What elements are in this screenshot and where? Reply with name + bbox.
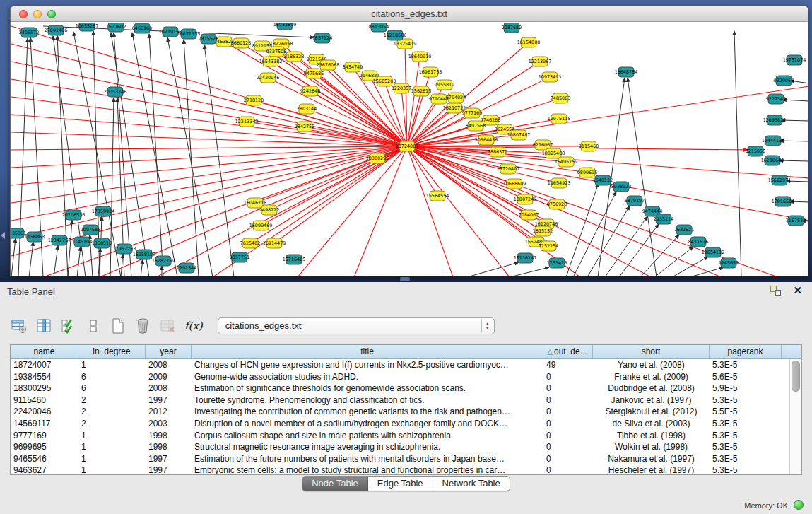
graph-node[interactable]: 8660123 — [231, 38, 251, 48]
table-cell[interactable]: 18724007 — [11, 359, 78, 371]
graph-node[interactable]: 15692971 — [768, 175, 792, 185]
table-row[interactable]: 946362711997Embryonic stem cells: a mode… — [11, 465, 801, 475]
table-cell[interactable]: 0 — [543, 441, 593, 453]
graph-node[interactable]: 16210643 — [761, 156, 784, 165]
table-row[interactable]: 1938455462009Genome-wide association stu… — [11, 371, 801, 383]
graph-node[interactable]: 9475685 — [304, 69, 324, 78]
table-cell[interactable]: 5.3E-5 — [710, 395, 782, 407]
table-cell[interactable]: 19384554 — [11, 371, 78, 383]
graph-node[interactable]: 15716485 — [283, 255, 306, 264]
column-header-out_de[interactable]: △out_de… — [543, 345, 593, 358]
graph-node[interactable]: 10655287 — [76, 23, 99, 31]
table-cell[interactable]: 5.6E-5 — [710, 371, 782, 383]
graph-node[interactable]: 6879197 — [625, 196, 645, 206]
table-cell[interactable]: 1997 — [146, 453, 192, 465]
graph-node[interactable]: 9857751 — [230, 252, 249, 262]
table-cell[interactable]: 5.9E-5 — [710, 382, 782, 395]
table-cell[interactable]: 9465546 — [11, 453, 78, 465]
table-cell[interactable]: Estimation of the future numbers of pati… — [192, 453, 543, 465]
graph-node[interactable]: 16914479 — [263, 238, 286, 248]
graph-node[interactable]: 6794024 — [446, 93, 466, 103]
graph-node[interactable]: 27691406 — [45, 25, 68, 35]
table-cell[interactable]: 1 — [78, 465, 146, 475]
table-cell[interactable]: Structural magnetic resonance image aver… — [192, 441, 543, 453]
float-panel-icon[interactable] — [770, 286, 781, 296]
table-cell[interactable]: 9115460 — [11, 395, 78, 407]
column-header-in_degree[interactable]: in_degree — [78, 345, 146, 358]
graph-node[interactable]: 10973493 — [539, 72, 562, 82]
graph-node[interactable]: 7632621 — [674, 225, 694, 235]
table-cell[interactable]: 5.3E-5 — [710, 441, 782, 453]
table-row[interactable]: 969969511998Structural magnetic resonanc… — [11, 441, 801, 453]
graph-node[interactable]: 8215955 — [746, 146, 765, 156]
graph-node[interactable]: 16648784 — [615, 67, 638, 77]
table-cell[interactable]: 2 — [78, 406, 146, 418]
table-row[interactable]: 911546021997Tourette syndrome. Phenomeno… — [11, 395, 801, 407]
graph-node[interactable]: 2803144 — [297, 104, 317, 114]
scrollbar-thumb[interactable] — [792, 361, 800, 392]
table-cell[interactable]: Franke et al. (2009) — [593, 371, 710, 383]
table-cell[interactable]: 18300295 — [11, 382, 78, 395]
graph-node[interactable]: 7485063 — [551, 93, 570, 103]
graph-node[interactable]: 7084067 — [519, 210, 539, 220]
graph-node[interactable]: 8938923 — [611, 182, 631, 192]
table-cell[interactable]: 9699695 — [11, 441, 78, 453]
table-cell[interactable]: 2 — [78, 418, 146, 430]
graph-node[interactable]: 1640132 — [593, 175, 613, 185]
table-cell[interactable]: 0 — [543, 395, 593, 407]
graph-node[interactable]: 12093822 — [763, 115, 787, 125]
graph-node[interactable]: 6466160 — [132, 23, 152, 33]
table-cell[interactable]: 0 — [543, 418, 593, 430]
table-row[interactable]: 1872400712008Changes of HCN gene express… — [11, 359, 801, 371]
table-cell[interactable]: Dudbridge et al. (2008) — [593, 382, 710, 395]
graph-node[interactable]: 1527602 — [106, 23, 126, 32]
delete-icon[interactable] — [134, 317, 152, 335]
tab-network-table[interactable]: Network Table — [433, 477, 510, 491]
graph-node[interactable]: 1145194 — [72, 237, 92, 247]
column-header-short[interactable]: short — [593, 345, 710, 358]
table-cell[interactable]: 9463627 — [11, 465, 78, 475]
table-cell[interactable]: 9777169 — [11, 430, 78, 442]
graph-node[interactable]: 17016504 — [772, 197, 795, 206]
graph-node[interactable]: 1615152 — [533, 226, 553, 236]
table-cell[interactable]: Estimation of significance thresholds fo… — [192, 382, 543, 395]
tab-node-table[interactable]: Node Table — [302, 477, 368, 491]
table-cell[interactable]: Tourette syndrome. Phenomenology and cla… — [192, 395, 543, 407]
table-row[interactable]: 946554611997Estimation of the future num… — [11, 453, 801, 465]
graph-node[interactable]: 1156863 — [25, 232, 45, 242]
graph-node[interactable]: 18640910 — [408, 52, 432, 62]
tab-edge-table[interactable]: Edge Table — [368, 477, 433, 491]
table-cell[interactable]: Changes of HCN gene expression and I(f) … — [192, 359, 543, 371]
graph-node[interactable]: 1292344 — [177, 263, 196, 273]
graph-node[interactable]: 7857224 — [312, 33, 332, 43]
graph-node[interactable]: 9115460 — [579, 141, 599, 151]
table-cell[interactable]: 1997 — [146, 395, 192, 407]
graph-node[interactable]: 2405572 — [19, 28, 39, 37]
graph-node[interactable]: 9756928 — [547, 199, 567, 209]
table-cell[interactable]: Embryonic stem cells: a model to study s… — [192, 465, 543, 475]
table-cell[interactable]: 5.3E-5 — [710, 453, 782, 465]
table-cell[interactable]: Wolkin et al. (1998) — [593, 441, 710, 453]
table-cell[interactable]: 0 — [543, 371, 593, 383]
table-cell[interactable]: 2009 — [146, 371, 192, 383]
graph-node[interactable]: 16961758 — [419, 67, 442, 77]
graph-node[interactable]: 7955812 — [435, 80, 454, 90]
graph-node[interactable]: 9498222 — [259, 205, 279, 215]
graph-node[interactable]: 16033809 — [273, 23, 297, 30]
graph-node[interactable]: 15584554 — [426, 191, 449, 201]
graph-node[interactable]: 8454749 — [343, 62, 363, 72]
graph-node[interactable]: 8471676 — [688, 237, 708, 247]
graph-node[interactable]: 9777169 — [462, 108, 482, 118]
table-cell[interactable]: Investigating the contribution of common… — [192, 406, 543, 418]
unselect-all-icon[interactable] — [84, 317, 102, 335]
table-cell[interactable]: 1 — [78, 453, 146, 465]
table-cell[interactable]: 0 — [543, 465, 593, 475]
column-header-name[interactable]: name — [11, 345, 78, 358]
graph-node[interactable]: 16099469 — [249, 221, 273, 230]
graph-node[interactable]: 9227349 — [766, 94, 786, 104]
graph-node[interactable]: 15685203 — [373, 76, 396, 86]
table-cell[interactable]: 2008 — [146, 382, 192, 395]
splitter-handle[interactable] — [400, 277, 410, 281]
table-row[interactable]: 1830029562008Estimation of significance … — [11, 382, 801, 395]
table-cell[interactable]: Disruption of a novel member of a sodium… — [192, 418, 543, 430]
